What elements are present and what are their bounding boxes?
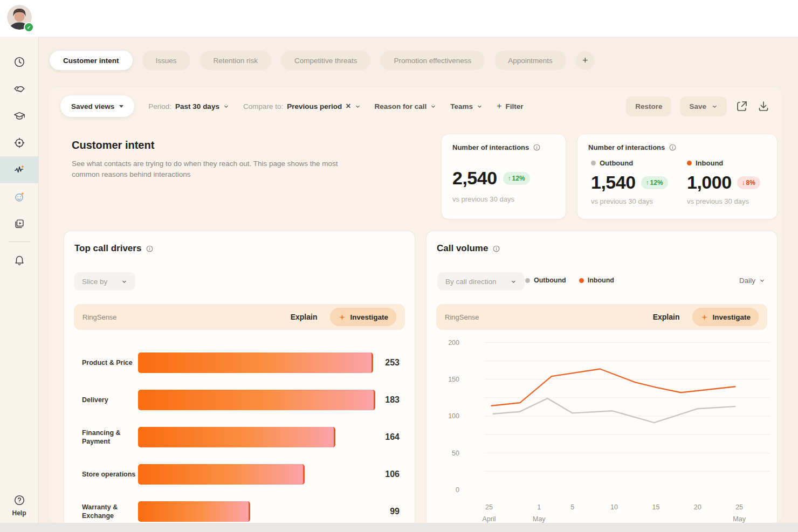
slice-by-dropdown[interactable]: Slice by (74, 272, 135, 291)
tab-bar: Customer intentIssuesRetention riskCompe… (50, 51, 595, 70)
sidebar-divider (9, 241, 30, 242)
chevron-down-icon (477, 103, 483, 109)
bar-chart: Product & Price253Delivery183Financing &… (64, 344, 415, 523)
y-tick-label: 50 (452, 450, 459, 457)
tab-appointments[interactable]: Appointments (494, 51, 566, 70)
x-tick-label: 20 (694, 503, 701, 511)
restore-button[interactable]: Restore (626, 96, 671, 116)
bar-value: 99 (374, 507, 415, 516)
bar-row: Product & Price253 (64, 344, 415, 381)
stat-title: Number of interactions (452, 143, 529, 151)
info-icon[interactable] (146, 245, 154, 253)
stat-compare-note: vs previous 30 days (452, 195, 514, 203)
x-tick-label: 1 (537, 503, 541, 511)
legend-inbound[interactable]: Inbound (579, 277, 614, 284)
interval-dropdown[interactable]: Daily (739, 277, 765, 285)
explain-button[interactable]: Explain (291, 313, 318, 321)
explain-button[interactable]: Explain (653, 313, 680, 321)
add-tab-button[interactable]: + (576, 51, 595, 70)
download-button[interactable] (757, 100, 770, 113)
sidebar-item-coaching[interactable] (0, 102, 38, 129)
restore-label: Restore (635, 102, 662, 110)
x-tick-label: 10 (610, 503, 618, 511)
bar-row: Store operations106 (64, 455, 415, 493)
legend-outbound[interactable]: Outbound (525, 277, 566, 284)
chevron-down-icon (759, 278, 765, 284)
by-call-direction-dropdown[interactable]: By call direction (437, 272, 525, 291)
smiley-sparkle-icon (13, 191, 25, 203)
arrow-up-icon: ↑ (646, 179, 649, 186)
investigate-button[interactable]: Investigate (692, 308, 759, 326)
top-bar: ✓ (0, 0, 798, 37)
stat-compare-note: vs previous 30 days (687, 197, 760, 205)
tab-promotion-effectiveness[interactable]: Promotion effectiveness (380, 51, 485, 70)
bar[interactable] (138, 353, 373, 373)
outbound-dot-icon (525, 278, 530, 283)
bar-category-label: Delivery (82, 396, 138, 404)
compare-filter[interactable]: Compare to: Previous period × (243, 102, 361, 110)
bottom-strip (0, 523, 798, 532)
add-filter-label: Filter (505, 102, 523, 110)
sidebar-item-notifications[interactable] (0, 246, 38, 273)
bar-value: 183 (374, 395, 415, 405)
saved-views-dropdown[interactable]: Saved views (60, 95, 134, 117)
segment-label: Outbound (600, 159, 633, 167)
bar-category-label: Financing & Payment (82, 429, 138, 446)
clock-icon (13, 56, 25, 68)
sidebar-item-tracker[interactable] (0, 129, 38, 156)
tab-customer-intent[interactable]: Customer intent (50, 51, 133, 70)
library-icon (13, 218, 25, 230)
y-tick-label: 100 (448, 412, 459, 420)
sidebar-item-help[interactable]: Help (0, 494, 38, 517)
card-title: Call volume (437, 243, 488, 254)
info-icon[interactable] (492, 245, 500, 253)
add-filter-button[interactable]: + Filter (497, 101, 523, 111)
stat-card-by-direction: Number of interactions Outbound 1,540 ↑1… (577, 134, 778, 219)
x-tick-label: 25 (485, 503, 493, 511)
inbound-dot-icon (687, 161, 692, 165)
series-line-outbound[interactable] (493, 398, 735, 423)
info-icon[interactable] (669, 143, 677, 151)
tab-issues[interactable]: Issues (142, 51, 190, 70)
chevron-down-icon (355, 103, 361, 109)
waveform-sparkle-icon (13, 164, 25, 176)
sidebar-item-recents[interactable] (0, 49, 38, 75)
outbound-dot-icon (591, 161, 596, 165)
teams-filter[interactable]: Teams (450, 102, 483, 110)
bar[interactable] (138, 390, 375, 410)
bar[interactable] (138, 464, 305, 485)
save-button[interactable]: Save (680, 96, 727, 116)
bar[interactable] (138, 427, 335, 447)
series-line-inbound[interactable] (492, 369, 735, 406)
x-tick-month-label: April (482, 515, 496, 523)
caret-down-icon (119, 105, 123, 108)
sidebar-item-analytics[interactable] (0, 156, 38, 183)
bar-track (138, 501, 374, 522)
sidebar-item-deals[interactable] (0, 75, 38, 102)
download-icon (757, 100, 770, 113)
investigate-button[interactable]: Investigate (330, 308, 396, 326)
tab-competitive-threats[interactable]: Competitive threats (281, 51, 370, 70)
period-label: Period: (148, 102, 171, 110)
ringsense-banner: RingSense Explain Investigate (74, 304, 405, 330)
chevron-down-icon (511, 279, 517, 285)
clear-compare-icon[interactable]: × (346, 102, 350, 110)
page-description: See what contacts are trying to do when … (72, 158, 348, 180)
y-tick-label: 0 (456, 486, 459, 494)
sidebar-item-library[interactable] (0, 210, 38, 237)
plus-icon: + (582, 55, 588, 66)
bar[interactable] (138, 501, 250, 522)
reason-for-call-filter[interactable]: Reason for call (375, 102, 437, 110)
period-filter[interactable]: Period: Past 30 days (148, 102, 229, 110)
stat-value: 2,540 (452, 168, 497, 189)
inbound-segment: Inbound 1,000 ↓8% vs previous 30 days (687, 159, 760, 205)
delta-badge: ↑12% (503, 172, 530, 185)
tab-retention-risk[interactable]: Retention risk (200, 51, 272, 70)
slice-by-label: Slice by (82, 278, 107, 286)
line-chart: 05010015020025April1May510152025May (426, 328, 777, 523)
sidebar-item-sentiment[interactable] (0, 183, 38, 210)
share-icon (735, 100, 748, 113)
share-button[interactable] (735, 100, 748, 113)
info-icon[interactable] (533, 143, 541, 151)
chevron-down-icon (121, 279, 127, 285)
